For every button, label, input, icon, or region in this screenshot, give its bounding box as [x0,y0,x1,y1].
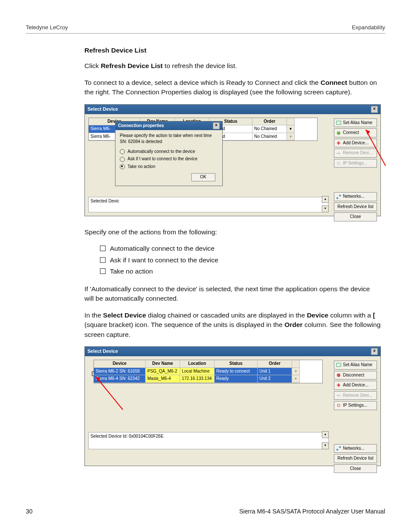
connect-button[interactable]: Connect [334,128,377,137]
svg-rect-2 [337,153,340,154]
col-status: Status [215,360,258,368]
svg-point-9 [337,373,340,377]
refresh-device-list-button[interactable]: Refresh Device list [334,202,377,212]
bracket-icon: ┌└ [90,369,94,378]
scroll-up-icon[interactable]: ▴ [322,196,329,203]
settings-icon [336,161,341,166]
col-location: Location [180,360,215,368]
screenshot-connection-properties: Select Device × Device Dev Name Location… [84,104,381,216]
checkbox-icon [100,246,106,251]
svg-point-3 [337,162,340,165]
network-icon [336,194,341,199]
scroll-up-icon[interactable]: ▴ [322,431,329,438]
col-order: Order [252,118,287,126]
set-alias-button[interactable]: Set Alias Name [334,118,377,128]
table-row[interactable]: Sierra M6-4 SN: 62342 [94,375,146,383]
radio-ask-connect[interactable]: Ask if I want to connect to the device [120,156,218,162]
ip-settings-button[interactable]: IP Settings... [334,401,377,410]
col-drop [287,118,295,126]
screenshot-chained-units: Select Device × ┌└ Device Dev Name Locat… [84,346,381,466]
network-icon [336,446,341,451]
col-device: Device [94,360,146,368]
add-device-button[interactable]: Add Device... [334,139,377,148]
svg-rect-0 [336,121,341,124]
para-5: In the Select Device dialog chained or c… [84,311,381,339]
disconnect-icon [336,373,341,378]
scroll-down-icon[interactable]: ▾ [322,205,329,212]
close-icon[interactable]: × [371,348,378,355]
remove-device-button: Remove Devi... [334,149,377,158]
dialog-titlebar: Select Device × [85,347,380,356]
add-icon [336,140,341,146]
close-icon[interactable]: × [371,106,378,113]
settings-icon [336,403,341,408]
checkbox-icon [100,257,106,263]
footer-title: Sierra M6-4 SAS/SATA Protocol Analyzer U… [239,508,385,515]
page-number: 30 [26,508,33,515]
radio-auto-connect[interactable]: Automatically connect to the device [120,149,218,155]
ok-button[interactable]: OK [191,173,215,181]
svg-rect-10 [337,395,340,396]
dialog-title: Select Device [87,348,118,355]
popup-title: Connection properties [118,123,164,129]
close-button[interactable]: Close [334,212,377,221]
section-title: Refresh Device List [84,46,381,55]
svg-point-12 [336,449,338,451]
close-icon[interactable]: × [213,122,220,129]
chevron-down-icon[interactable]: ▾ [287,125,295,133]
connection-properties-popup: Connection properties × Please specify t… [115,121,223,186]
svg-point-5 [339,195,341,196]
svg-point-4 [336,197,338,199]
set-alias-button[interactable]: Set Alias Name [334,361,377,370]
remove-icon [336,393,341,398]
remove-device-button: Remove Devi... [334,391,377,400]
popup-message: Please specify the action to take when n… [120,133,218,145]
refresh-device-list-button[interactable]: Refresh Device list [334,454,377,463]
header-rule [26,33,385,34]
chevron-down-icon: ▾ [292,368,300,376]
connect-icon [336,131,341,136]
para-3: Specify one of the actions from the foll… [84,227,381,237]
radio-no-action[interactable]: Take no action [120,164,218,170]
list-item: Take no action [110,267,153,276]
ip-settings-button: IP Settings... [334,159,377,168]
svg-point-1 [337,131,340,135]
svg-rect-8 [336,363,341,367]
chevron-down-icon: ▾ [287,133,295,141]
close-button[interactable]: Close [334,464,377,473]
device-table: Device Dev Name Location Status Order Si… [93,360,323,383]
header-right: Expandability [352,24,385,31]
add-device-button[interactable]: Add Device... [334,381,377,390]
svg-point-13 [339,446,341,448]
para-2: To connect to a device, select a device … [84,78,381,97]
bullet-list: Automatically connect to the device Ask … [100,244,381,276]
remove-icon [336,151,341,156]
col-order: Order [258,360,292,368]
scroll-down-icon[interactable]: ▾ [322,442,329,449]
col-devname: Dev Name [146,360,180,368]
svg-point-11 [337,404,340,407]
selected-device-box: Selected Devic [88,197,329,212]
networks-button[interactable]: Networks... [334,444,377,453]
dialog-titlebar: Select Device × [85,105,380,114]
table-row[interactable]: Sierra M6-2 SN: 61658 [94,368,146,376]
list-item: Ask if I want to connect to the device [110,255,218,265]
header-left: Teledyne LeCroy [26,24,68,31]
list-item: Automatically connect to the device [110,244,215,253]
alias-icon [336,362,341,367]
selected-device-box: Selected Device Id: 0x00104C00F26E [88,432,329,449]
networks-button[interactable]: Networks... [334,192,377,201]
dialog-title: Select Device [87,106,118,113]
alias-icon [336,120,341,125]
chevron-down-icon: ▾ [292,375,300,383]
add-icon [336,383,341,388]
para-1: Click Refresh Device List to refresh the… [84,61,381,71]
disconnect-button[interactable]: Disconnect [334,371,377,380]
para-4: If 'Automatically connect to the device'… [84,284,381,304]
checkbox-icon [100,268,106,274]
